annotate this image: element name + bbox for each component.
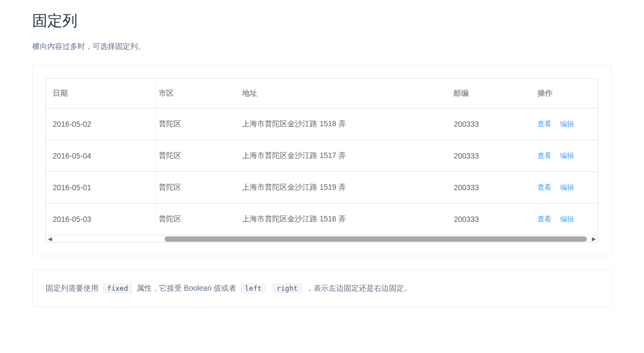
cell-action: 查看 编辑 <box>531 204 598 235</box>
demo-container: 日期 市区 地址 邮编 操作 2016-05-02 普陀区 上海市普陀区金沙江路… <box>32 65 612 256</box>
usage-note: 固定列需要使用 fixed 属性，它接受 Boolean 值或者 left ri… <box>32 269 612 307</box>
cell-date: 2016-05-04 <box>46 140 152 172</box>
cell-address: 上海市普陀区金沙江路 1519 弄 <box>236 172 447 204</box>
edit-button[interactable]: 编辑 <box>560 215 574 223</box>
note-text: 属性，它接受 Boolean 值或者 <box>137 284 236 292</box>
cell-date: 2016-05-01 <box>46 172 152 204</box>
table-body: 2016-05-02 普陀区 上海市普陀区金沙江路 1518 弄 200333 … <box>46 109 598 235</box>
note-text: ，表示左边固定还是右边固定。 <box>306 284 412 292</box>
header-district: 市区 <box>152 79 236 109</box>
header-action: 操作 <box>531 79 598 109</box>
cell-zip: 200333 <box>447 140 530 172</box>
cell-date: 2016-05-03 <box>46 204 152 235</box>
note-text: 固定列需要使用 <box>46 284 98 292</box>
scroll-left-arrow-icon[interactable]: ◀ <box>46 236 54 242</box>
cell-district: 普陀区 <box>152 172 236 204</box>
code-right: right <box>272 283 302 293</box>
cell-zip: 200333 <box>447 109 530 140</box>
table-row: 2016-05-01 普陀区 上海市普陀区金沙江路 1519 弄 200333 … <box>46 172 598 204</box>
table-row: 2016-05-04 普陀区 上海市普陀区金沙江路 1517 弄 200333 … <box>46 140 598 172</box>
cell-district: 普陀区 <box>152 109 236 140</box>
cell-action: 查看 编辑 <box>531 140 598 172</box>
view-button[interactable]: 查看 <box>537 152 551 160</box>
cell-zip: 200333 <box>447 172 530 204</box>
view-button[interactable]: 查看 <box>537 215 551 223</box>
code-left: left <box>240 283 266 293</box>
code-fixed: fixed <box>103 283 132 293</box>
cell-district: 普陀区 <box>152 140 236 172</box>
view-button[interactable]: 查看 <box>537 120 551 128</box>
header-date: 日期 <box>46 79 152 109</box>
horizontal-scrollbar[interactable]: ◀ ▶ <box>46 235 598 243</box>
header-address: 地址 <box>236 79 447 109</box>
edit-button[interactable]: 编辑 <box>560 183 574 191</box>
table-header-row: 日期 市区 地址 邮编 操作 <box>46 79 598 109</box>
section-description: 横向内容过多时，可选择固定列。 <box>32 42 612 52</box>
header-zip: 邮编 <box>447 79 530 109</box>
table-row: 2016-05-03 普陀区 上海市普陀区金沙江路 1516 弄 200333 … <box>46 204 598 235</box>
cell-zip: 200333 <box>447 204 530 235</box>
table-scroll-wrapper: 日期 市区 地址 邮编 操作 2016-05-02 普陀区 上海市普陀区金沙江路… <box>46 78 598 235</box>
edit-button[interactable]: 编辑 <box>560 120 574 128</box>
table-row: 2016-05-02 普陀区 上海市普陀区金沙江路 1518 弄 200333 … <box>46 109 598 140</box>
view-button[interactable]: 查看 <box>537 183 551 191</box>
cell-address: 上海市普陀区金沙江路 1518 弄 <box>236 109 447 140</box>
cell-action: 查看 编辑 <box>531 109 598 140</box>
cell-date: 2016-05-02 <box>46 109 152 140</box>
edit-button[interactable]: 编辑 <box>560 152 574 160</box>
cell-address: 上海市普陀区金沙江路 1516 弄 <box>236 204 447 235</box>
cell-district: 普陀区 <box>152 204 236 235</box>
scroll-right-arrow-icon[interactable]: ▶ <box>590 236 598 242</box>
cell-address: 上海市普陀区金沙江路 1517 弄 <box>236 140 447 172</box>
cell-action: 查看 编辑 <box>531 172 598 204</box>
fixed-column-table: 日期 市区 地址 邮编 操作 2016-05-02 普陀区 上海市普陀区金沙江路… <box>46 79 598 235</box>
section-heading: 固定列 <box>32 11 612 31</box>
scrollbar-thumb[interactable] <box>165 236 587 242</box>
